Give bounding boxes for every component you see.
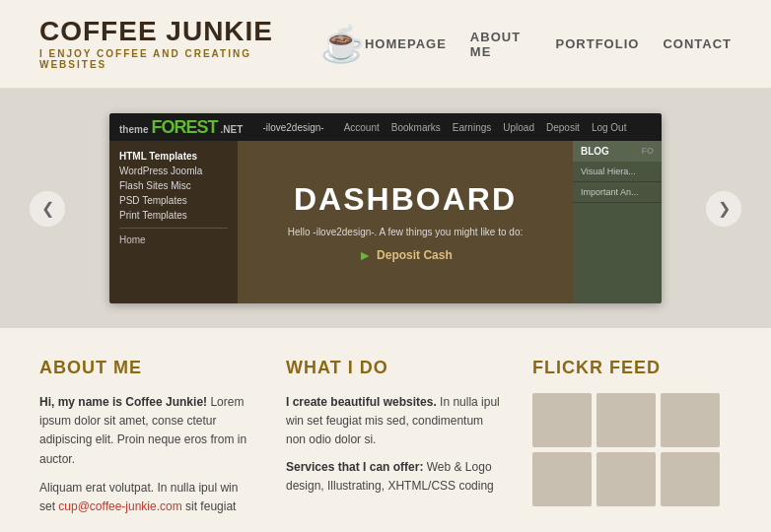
logo-area: COFFEE JUNKIE I ENJOY COFFEE AND CREATIN… xyxy=(39,18,365,70)
flickr-thumb-5[interactable] xyxy=(596,452,656,506)
flickr-thumb-6[interactable] xyxy=(661,452,720,506)
tf-right-item-2[interactable]: Important An... xyxy=(573,182,662,203)
tf-dashboard-title: DASHBOARD xyxy=(294,181,517,218)
tf-nav-bookmarks[interactable]: Bookmarks xyxy=(391,122,441,133)
logo-title: COFFEE JUNKIE xyxy=(39,18,311,45)
tf-right-item-1[interactable]: Visual Hiera... xyxy=(573,162,662,182)
themeforest-nav: Account Bookmarks Earnings Upload Deposi… xyxy=(344,122,627,133)
main-content: ABOUT ME Hi, my name is Coffee Junkie! L… xyxy=(0,328,771,532)
flickr-grid xyxy=(532,393,732,506)
what-intro-bold: I create beautiful websites. xyxy=(286,395,437,409)
tf-logo-net: .NET xyxy=(221,124,244,135)
slider-content: theme FOREST .NET -ilove2design- Account… xyxy=(109,113,662,303)
flickr-thumb-2[interactable] xyxy=(596,393,656,447)
about-para-end: sit feugiat xyxy=(182,499,237,513)
what-intro: I create beautiful websites. In nulla ip… xyxy=(286,393,503,450)
tf-logo-theme: theme xyxy=(119,124,148,135)
tf-dashboard-sub: Hello -ilove2design-. A few things you m… xyxy=(288,226,523,239)
header: COFFEE JUNKIE I ENJOY COFFEE AND CREATIN… xyxy=(0,0,771,89)
flickr-title: FLICKR FEED xyxy=(532,358,732,378)
coffee-cup-icon: ☕ xyxy=(320,24,365,65)
tf-sidebar: HTML Templates WordPress Joomla Flash Si… xyxy=(109,141,238,303)
main-nav: HOMEPAGE ABOUT ME PORTFOLIO CONTACT xyxy=(365,30,732,59)
tf-blog-tab[interactable]: BLOG FO xyxy=(573,141,662,162)
what-services-bold: Services that I can offer: xyxy=(286,460,423,474)
logo-subtitle: I ENJOY COFFEE AND CREATING WEBSITES xyxy=(39,48,311,70)
tf-sidebar-home[interactable]: Home xyxy=(119,234,228,245)
tf-sidebar-psd[interactable]: PSD Templates xyxy=(119,193,228,208)
tf-deposit-arrow: ► xyxy=(358,247,372,263)
tf-ilove: -ilove2design- xyxy=(262,122,323,133)
logo-text-block: COFFEE JUNKIE I ENJOY COFFEE AND CREATIN… xyxy=(39,18,311,70)
tf-blog-label: BLOG xyxy=(581,146,609,157)
about-para: Aliquam erat volutpat. In nulla ipul win… xyxy=(39,479,256,516)
flickr-thumb-3[interactable] xyxy=(661,393,720,447)
tf-deposit: ► Deposit Cash xyxy=(358,247,453,263)
tf-sidebar-html[interactable]: HTML Templates xyxy=(119,149,228,164)
tf-logo-forest: FOREST xyxy=(152,117,218,137)
slider-section: ❮ theme FOREST .NET -ilove2design- Accou… xyxy=(0,89,771,328)
themeforest-logo: theme FOREST .NET xyxy=(119,117,243,138)
tf-body: HTML Templates WordPress Joomla Flash Si… xyxy=(109,141,662,303)
what-i-do-column: WHAT I DO I create beautiful websites. I… xyxy=(286,358,503,516)
tf-nav-logout[interactable]: Log Out xyxy=(592,122,627,133)
about-me-column: ABOUT ME Hi, my name is Coffee Junkie! L… xyxy=(39,358,256,516)
tf-deposit-text[interactable]: Deposit Cash xyxy=(377,248,453,262)
nav-portfolio[interactable]: PORTFOLIO xyxy=(556,36,640,51)
tf-nav-upload[interactable]: Upload xyxy=(503,122,534,133)
tf-nav-earnings[interactable]: Earnings xyxy=(453,122,491,133)
about-me-title: ABOUT ME xyxy=(39,358,256,378)
flickr-thumb-1[interactable] xyxy=(532,393,592,447)
about-name-bold: Hi, my name is Coffee Junkie! xyxy=(39,395,207,409)
tf-sidebar-flash[interactable]: Flash Sites Misc xyxy=(119,178,228,193)
flickr-column: FLICKR FEED xyxy=(532,358,732,516)
about-email-link[interactable]: cup@coffee-junkie.com xyxy=(58,499,181,513)
tf-main: DASHBOARD Hello -ilove2design-. A few th… xyxy=(238,141,573,303)
themeforest-bar: theme FOREST .NET -ilove2design- Account… xyxy=(109,113,662,141)
tf-sidebar-print[interactable]: Print Templates xyxy=(119,208,228,223)
tf-nav-deposit[interactable]: Deposit xyxy=(546,122,580,133)
tf-sidebar-divider xyxy=(119,228,228,229)
what-services: Services that I can offer: Web & Logo de… xyxy=(286,458,503,496)
tf-right-panel: BLOG FO Visual Hiera... Important An... xyxy=(573,141,662,303)
nav-about-me[interactable]: ABOUT ME xyxy=(470,30,532,59)
what-i-do-title: WHAT I DO xyxy=(286,358,503,378)
tf-sidebar-wp[interactable]: WordPress Joomla xyxy=(119,164,228,178)
slider-right-arrow[interactable]: ❯ xyxy=(706,191,741,227)
nav-homepage[interactable]: HOMEPAGE xyxy=(365,36,447,51)
slider-left-arrow[interactable]: ❮ xyxy=(30,191,65,227)
tf-fo-label: FO xyxy=(642,146,655,157)
tf-nav-account[interactable]: Account xyxy=(344,122,380,133)
about-intro: Hi, my name is Coffee Junkie! Lorem ipsu… xyxy=(39,393,256,469)
nav-contact[interactable]: CONTACT xyxy=(663,36,732,51)
flickr-thumb-4[interactable] xyxy=(532,452,592,506)
